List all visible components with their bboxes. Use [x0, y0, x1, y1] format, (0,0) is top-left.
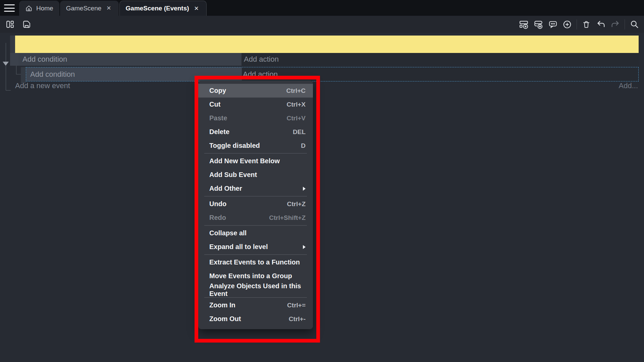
- tree-guide-line: [6, 43, 6, 90]
- menu-item-shortcut: Ctrl+Shift+Z: [269, 214, 306, 222]
- add-condition-button[interactable]: Add condition: [26, 67, 242, 81]
- add-condition-label: Add condition: [22, 55, 67, 64]
- menu-item-label: Collapse all: [209, 229, 247, 237]
- menu-item-label: Add New Event Below: [209, 157, 280, 165]
- add-condition-label: Add condition: [30, 70, 75, 79]
- menu-divider: [204, 153, 307, 154]
- menu-item-label: Expand all to level: [209, 243, 268, 251]
- toolbar-right: [519, 16, 639, 33]
- menu-item-label: Move Events into a Group: [209, 272, 292, 280]
- menu-item-redo[interactable]: Redo Ctrl+Shift+Z: [198, 211, 313, 225]
- toolbar-divider: [577, 19, 577, 29]
- menu-item-shortcut: D: [301, 142, 306, 149]
- menu-divider: [204, 196, 307, 196]
- close-icon[interactable]: ✕: [105, 5, 112, 12]
- menu-item-undo[interactable]: Undo Ctrl+Z: [198, 197, 313, 211]
- menu-item-label: Delete: [209, 128, 229, 136]
- add-event-icon[interactable]: [519, 19, 529, 29]
- menu-item-shortcut: Ctrl+-: [289, 315, 306, 323]
- menu-item-copy[interactable]: Copy Ctrl+C: [198, 84, 313, 98]
- trash-icon[interactable]: [581, 19, 591, 29]
- tree-guide-sub-corner: [16, 66, 21, 74]
- tab-gamescene-events[interactable]: GameScene (Events) ✕: [119, 1, 207, 16]
- menu-item-shortcut: Ctrl+Z: [287, 200, 306, 208]
- gdevelop-app: Home GameScene ✕ GameScene (Events) ✕: [0, 0, 644, 362]
- menu-item-label: Zoom In: [209, 301, 235, 309]
- menu-item-zoom-out[interactable]: Zoom Out Ctrl+-: [198, 312, 313, 326]
- menu-item-extract-events-to-function[interactable]: Extract Events to a Function: [198, 255, 313, 269]
- menu-item-label: Redo: [209, 214, 226, 222]
- menu-item-label: Extract Events to a Function: [209, 258, 300, 266]
- menu-item-add-new-event-below[interactable]: Add New Event Below: [198, 154, 313, 168]
- tab-strip: Home GameScene ✕ GameScene (Events) ✕: [0, 0, 644, 16]
- add-action-button[interactable]: Add action: [241, 53, 639, 66]
- comment-event-gutter[interactable]: [10, 36, 15, 53]
- menu-item-shortcut: Ctrl+=: [287, 302, 306, 309]
- menu-item-toggle-disabled[interactable]: Toggle disabled D: [198, 139, 313, 153]
- menu-item-label: Paste: [209, 114, 227, 122]
- tab-home[interactable]: Home: [19, 1, 59, 16]
- menu-item-cut[interactable]: Cut Ctrl+X: [198, 98, 313, 111]
- menu-item-shortcut: Ctrl+V: [287, 115, 306, 122]
- comment-event-block[interactable]: [15, 36, 639, 53]
- submenu-arrow-icon: [303, 187, 306, 191]
- add-sub-event-icon[interactable]: [533, 19, 543, 29]
- home-icon: [25, 5, 33, 12]
- menu-item-expand-all-to-level[interactable]: Expand all to level: [198, 240, 313, 254]
- comment-icon[interactable]: [548, 19, 558, 29]
- menu-item-shortcut: Ctrl+C: [286, 87, 306, 95]
- submenu-arrow-icon: [303, 245, 306, 249]
- menu-divider: [204, 254, 307, 255]
- menu-item-zoom-in[interactable]: Zoom In Ctrl+=: [198, 298, 313, 312]
- menu-item-add-sub-event[interactable]: Add Sub Event: [198, 168, 313, 182]
- menu-item-paste[interactable]: Paste Ctrl+V: [198, 111, 313, 125]
- menu-item-move-events-into-group[interactable]: Move Events into a Group: [198, 269, 313, 283]
- save-icon[interactable]: [21, 19, 32, 29]
- menu-item-delete[interactable]: Delete DEL: [198, 125, 313, 139]
- menu-item-label: Toggle disabled: [209, 142, 260, 149]
- sub-event-row-selected: Add condition Add action: [26, 67, 639, 81]
- tree-guide-corner: [6, 86, 11, 90]
- menu-item-shortcut: DEL: [293, 128, 306, 136]
- tab-gamescene[interactable]: GameScene ✕: [60, 1, 119, 16]
- add-action-label: Add action: [243, 70, 278, 79]
- tab-label: GameScene (Events): [126, 5, 189, 12]
- tab-label: Home: [36, 5, 53, 12]
- menu-item-analyze-objects[interactable]: Analyze Objects Used in this Event: [198, 283, 313, 297]
- toolbar-divider: [625, 19, 625, 29]
- main-menu-icon[interactable]: [3, 4, 15, 12]
- search-icon[interactable]: [629, 19, 639, 29]
- event-gutter[interactable]: [10, 53, 18, 66]
- add-condition-button[interactable]: Add condition: [18, 53, 241, 66]
- add-circle-icon[interactable]: [562, 19, 572, 29]
- sub-event-gutter[interactable]: [21, 67, 26, 83]
- toolbar-left: [5, 16, 32, 33]
- collapse-arrow-icon[interactable]: [3, 62, 9, 66]
- menu-item-label: Undo: [209, 200, 226, 208]
- menu-item-label: Copy: [209, 87, 226, 95]
- menu-item-label: Add Sub Event: [209, 171, 257, 179]
- close-icon[interactable]: ✕: [193, 5, 200, 12]
- context-menu: Copy Ctrl+C Cut Ctrl+X Paste Ctrl+V Dele…: [198, 80, 313, 329]
- menu-item-add-other[interactable]: Add Other: [198, 182, 313, 195]
- menu-item-collapse-all[interactable]: Collapse all: [198, 226, 313, 240]
- panels-icon[interactable]: [5, 19, 15, 29]
- undo-icon[interactable]: [596, 19, 606, 29]
- tab-label: GameScene: [66, 5, 102, 12]
- menu-item-label: Cut: [209, 101, 220, 108]
- menu-item-label: Zoom Out: [209, 315, 241, 323]
- menu-divider: [204, 225, 307, 226]
- add-ellipsis-button[interactable]: Add...: [619, 81, 638, 90]
- menu-item-label: Analyze Objects Used in this Event: [209, 282, 306, 298]
- add-action-label: Add action: [244, 55, 279, 64]
- menu-item-label: Add Other: [209, 185, 242, 192]
- events-toolbar: Preview Publish: [0, 16, 644, 33]
- add-action-button[interactable]: Add action: [242, 67, 638, 81]
- event-row: Add condition Add action: [10, 53, 639, 66]
- menu-item-shortcut: Ctrl+X: [287, 101, 306, 108]
- add-new-event-button[interactable]: Add a new event: [15, 81, 70, 90]
- events-sheet: Add condition Add action Add condition A…: [0, 33, 644, 362]
- redo-icon[interactable]: [610, 19, 620, 29]
